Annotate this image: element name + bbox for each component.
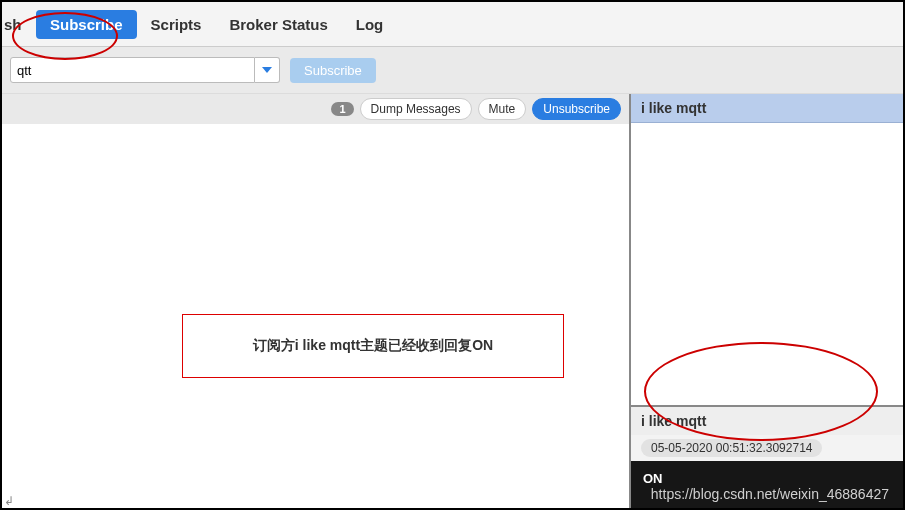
message-timestamp: 05-05-2020 00:51:32.3092714	[641, 439, 822, 457]
message-topic-label: i like mqtt	[631, 407, 903, 435]
subscribe-bar: Subscribe	[2, 47, 903, 94]
right-pane: i like mqtt i like mqtt 05-05-2020 00:51…	[631, 94, 903, 509]
message-detail: i like mqtt 05-05-2020 00:51:32.3092714 …	[631, 405, 903, 509]
right-spacer	[631, 123, 903, 405]
annotation-callout: 订阅方i like mqtt主题已经收到回复ON	[182, 314, 564, 378]
tab-publish-partial[interactable]: sh	[4, 10, 36, 39]
tab-broker-status[interactable]: Broker Status	[215, 10, 341, 39]
unsubscribe-button[interactable]: Unsubscribe	[532, 98, 621, 120]
message-canvas: 订阅方i like mqtt主题已经收到回复ON	[2, 124, 629, 509]
subscribe-button[interactable]: Subscribe	[290, 58, 376, 83]
app-window: sh Subscribe Scripts Broker Status Log S…	[0, 0, 905, 510]
topic-toolbar: 1 Dump Messages Mute Unsubscribe	[2, 94, 629, 124]
return-marker: ↲	[4, 494, 14, 508]
message-payload: ON	[631, 461, 903, 509]
topic-combo	[10, 57, 280, 83]
tab-log[interactable]: Log	[342, 10, 398, 39]
main-split: 1 Dump Messages Mute Unsubscribe 订阅方i li…	[2, 94, 903, 509]
subscribed-topic-row[interactable]: i like mqtt	[631, 94, 903, 123]
mute-button[interactable]: Mute	[478, 98, 527, 120]
tab-scripts[interactable]: Scripts	[137, 10, 216, 39]
chevron-down-icon	[262, 65, 272, 75]
left-pane: 1 Dump Messages Mute Unsubscribe 订阅方i li…	[2, 94, 631, 509]
message-timestamp-row: 05-05-2020 00:51:32.3092714	[631, 435, 903, 461]
tab-bar: sh Subscribe Scripts Broker Status Log	[2, 2, 903, 47]
tab-subscribe[interactable]: Subscribe	[36, 10, 137, 39]
dump-messages-button[interactable]: Dump Messages	[360, 98, 472, 120]
topic-input[interactable]	[10, 57, 255, 83]
message-count-badge: 1	[331, 102, 353, 116]
topic-dropdown-toggle[interactable]	[255, 57, 280, 83]
